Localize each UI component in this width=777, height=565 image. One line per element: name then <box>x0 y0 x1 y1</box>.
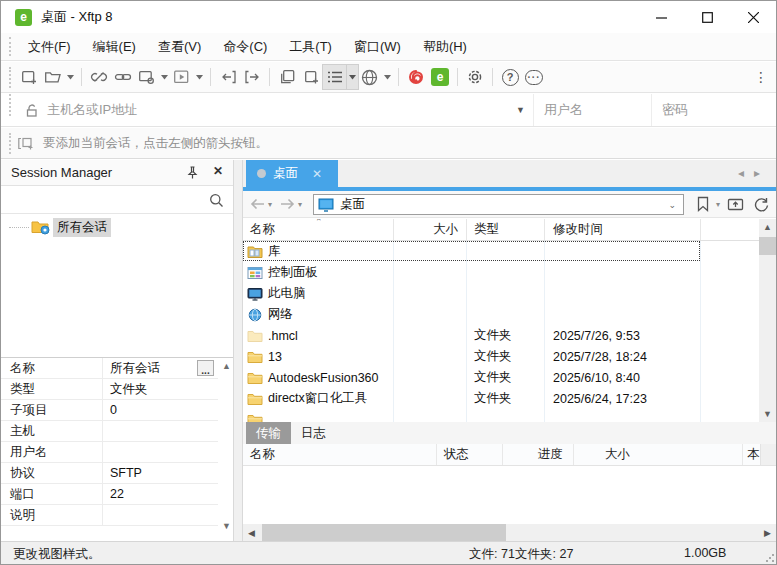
connectbar-gripper[interactable] <box>9 94 13 116</box>
transfer-column-4[interactable]: 本 <box>743 444 760 465</box>
minimize-button[interactable] <box>638 1 684 33</box>
session-properties-icon[interactable] <box>135 65 159 89</box>
menubar-gripper[interactable] <box>9 37 13 56</box>
session-search-input[interactable] <box>1 186 233 214</box>
window-title: 桌面 - Xftp 8 <box>41 8 113 26</box>
disconnect-icon[interactable] <box>87 65 111 89</box>
scrollbar-thumb[interactable] <box>759 237 776 255</box>
transfer-right-icon[interactable] <box>240 65 264 89</box>
property-value[interactable]: SFTP <box>103 466 233 480</box>
xshell-icon[interactable] <box>404 65 428 89</box>
feedback-icon[interactable]: ··· <box>522 65 546 89</box>
connect-icon[interactable] <box>111 65 135 89</box>
bookmark-icon[interactable] <box>696 196 710 212</box>
new-session-icon[interactable] <box>17 65 41 89</box>
help-icon[interactable]: ? <box>498 65 522 89</box>
menu-item-1[interactable]: 编辑(E) <box>82 33 147 60</box>
open-session-icon[interactable] <box>41 65 65 89</box>
scroll-up-icon[interactable]: ▲ <box>759 222 776 232</box>
refresh-icon[interactable] <box>753 196 770 212</box>
host-dropdown-icon[interactable]: ▼ <box>516 105 525 115</box>
forward-history-icon[interactable]: ▾ <box>298 200 302 209</box>
hintbar-gripper[interactable] <box>9 133 13 154</box>
scrollbar-thumb[interactable] <box>262 524 506 541</box>
table-row[interactable]: directx窗口化工具文件夹2025/6/24, 17:23 <box>243 388 759 409</box>
table-row[interactable]: 控制面板 <box>243 262 759 283</box>
add-session-icon[interactable] <box>17 136 35 151</box>
table-row[interactable]: 库 <box>243 241 759 262</box>
menu-item-5[interactable]: 窗口(W) <box>343 33 412 60</box>
menu-item-3[interactable]: 命令(C) <box>212 33 278 60</box>
session-properties-dropdown-icon[interactable] <box>159 65 170 89</box>
table-row[interactable] <box>243 409 759 422</box>
sort-ascending-icon: ⌃ <box>315 219 323 227</box>
path-dropdown-icon[interactable]: ⌄ <box>668 200 676 210</box>
close-button[interactable] <box>730 1 776 33</box>
scroll-down-icon[interactable]: ▼ <box>222 521 231 531</box>
host-input[interactable]: 主机名或IP地址 ▼ <box>17 94 533 126</box>
table-row[interactable]: 网络 <box>243 304 759 325</box>
transfer-tab-0[interactable]: 传输 <box>246 422 291 444</box>
back-history-icon[interactable]: ▾ <box>268 200 272 209</box>
session-manager-close-icon[interactable]: ✕ <box>213 164 223 178</box>
pin-icon[interactable] <box>186 165 199 180</box>
tree-item-all-sessions[interactable]: 所有会话 <box>1 217 233 237</box>
file-list-scrollbar[interactable]: ▲ ▼ <box>759 219 776 422</box>
menu-item-4[interactable]: 工具(T) <box>278 33 343 60</box>
scroll-left-icon[interactable]: ◀ <box>243 524 260 541</box>
username-input[interactable]: 用户名 <box>533 94 651 126</box>
toolbar-overflow-icon[interactable]: ⋮ <box>754 69 768 85</box>
resize-grip[interactable] <box>765 553 774 562</box>
table-row[interactable]: AutodeskFusion360文件夹2025/6/10, 8:40 <box>243 367 759 388</box>
forward-icon[interactable] <box>279 196 296 212</box>
duplicate-window-icon[interactable] <box>275 65 299 89</box>
password-input[interactable]: 密码 <box>651 94 776 126</box>
tree-item-label: 所有会话 <box>53 218 111 237</box>
tab-scroll-arrows[interactable]: ◂▸ <box>738 166 770 180</box>
menu-item-0[interactable]: 文件(F) <box>17 33 82 60</box>
transfer-left-icon[interactable] <box>216 65 240 89</box>
view-style-dropdown-icon[interactable] <box>347 65 358 89</box>
settings-gear-icon[interactable] <box>463 65 487 89</box>
transfer-column-0[interactable]: 名称 <box>243 444 437 465</box>
run-dropdown-icon[interactable] <box>194 65 205 89</box>
horizontal-scrollbar[interactable]: ◀ ▶ <box>243 524 776 541</box>
table-row[interactable]: .hmcl文件夹2025/7/26, 9:53 <box>243 325 759 346</box>
menu-item-6[interactable]: 帮助(H) <box>412 33 478 60</box>
run-icon[interactable] <box>170 65 194 89</box>
more-button[interactable]: ... <box>197 360 214 376</box>
transfer-tab-1[interactable]: 日志 <box>291 422 336 444</box>
file-mtime-cell <box>545 304 701 325</box>
search-icon <box>209 193 224 208</box>
properties-scrollbar[interactable]: ▲ ▼ <box>218 358 233 541</box>
menu-item-2[interactable]: 查看(V) <box>147 33 212 60</box>
toolbar-gripper[interactable] <box>9 67 13 88</box>
encoding-globe-icon[interactable] <box>358 65 382 89</box>
table-row[interactable]: 此电脑 <box>243 283 759 304</box>
property-value[interactable]: 0 <box>103 403 233 417</box>
transfer-column-3[interactable]: 大小 <box>574 444 743 465</box>
view-style-icon[interactable] <box>323 65 347 89</box>
path-combo[interactable]: 桌面 ⌄ <box>313 194 684 215</box>
bookmark-dropdown-icon[interactable]: ▾ <box>716 200 720 209</box>
clone-window-icon[interactable] <box>299 65 323 89</box>
property-value[interactable]: 22 <box>103 487 233 501</box>
tab-desktop[interactable]: 桌面 ✕ <box>246 160 338 187</box>
open-session-dropdown-icon[interactable] <box>65 65 76 89</box>
tab-close-icon[interactable]: ✕ <box>312 167 322 181</box>
maximize-button[interactable] <box>684 1 730 33</box>
encoding-dropdown-icon[interactable] <box>382 65 393 89</box>
column-header-2[interactable]: 类型 <box>467 219 545 240</box>
xftp-icon[interactable]: e <box>428 65 452 89</box>
property-value[interactable]: 文件夹 <box>103 381 233 398</box>
table-row[interactable]: 13文件夹2025/7/28, 18:24 <box>243 346 759 367</box>
column-header-3[interactable]: 修改时间 <box>545 219 701 240</box>
transfer-column-2[interactable]: 进度 <box>503 444 574 465</box>
scroll-right-icon[interactable]: ▶ <box>759 524 776 541</box>
scroll-down-icon[interactable]: ▼ <box>759 409 776 419</box>
transfer-column-1[interactable]: 状态 <box>437 444 503 465</box>
back-icon[interactable] <box>249 196 266 212</box>
scroll-up-icon[interactable]: ▲ <box>222 361 231 371</box>
column-header-1[interactable]: 大小 <box>394 219 467 240</box>
parent-folder-icon[interactable] <box>727 196 744 212</box>
